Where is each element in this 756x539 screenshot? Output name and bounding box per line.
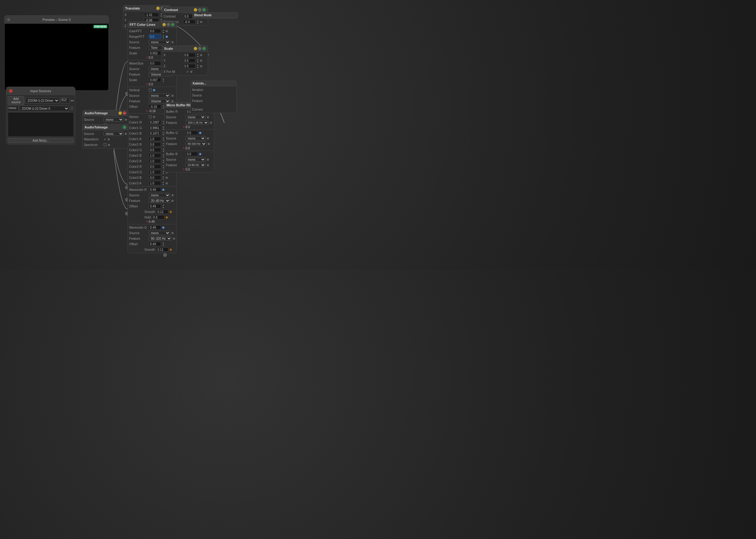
scale-settings[interactable]: ^	[198, 47, 201, 50]
micro-buffer-bufferB-value[interactable]: 0.0	[186, 152, 198, 156]
driver-input-select[interactable]: ZOOM U-22 Driver 0	[20, 106, 69, 111]
fft-wavesize-value[interactable]: 0.0	[149, 61, 161, 65]
scale-x-stepper[interactable]: ▲▼	[197, 53, 199, 57]
fft-source-label: Source	[129, 40, 147, 44]
micro-buffer-feature2-select[interactable]: 80-320 Hz	[186, 142, 206, 146]
input-sources-close-button[interactable]	[9, 89, 13, 93]
contrast-minimize[interactable]: –	[193, 8, 197, 12]
fft-offset5-value[interactable]: 0.49	[149, 242, 161, 246]
scale-y-value[interactable]: 0.5	[183, 58, 195, 63]
fft-source5-select[interactable]: mono	[149, 231, 170, 235]
fft-feature4-select[interactable]: 20–80 Hz	[149, 198, 170, 203]
fft-vertical-checkbox[interactable]	[149, 89, 152, 92]
fft-color2b-value[interactable]: 1.0	[149, 153, 161, 158]
fft-add[interactable]: +	[171, 23, 175, 27]
ati1-minimize[interactable]: –	[118, 111, 122, 115]
micro-buffer-source-select[interactable]: mono	[186, 115, 206, 119]
fft-color1a-value[interactable]: 1.0	[149, 137, 161, 141]
fft-color2r-value[interactable]: 0.0	[149, 142, 161, 147]
fft-hold4-connector	[166, 216, 168, 218]
fft-settings[interactable]: ^	[167, 23, 170, 27]
fft-scale-value[interactable]: 0.052	[149, 51, 161, 55]
contrast-add[interactable]: +	[202, 8, 206, 12]
fft-color3r-value[interactable]: 0.0	[149, 164, 161, 169]
ati1-close[interactable]: ×	[122, 111, 126, 115]
fft-color1b-stepper[interactable]: ▲▼	[162, 131, 164, 136]
fft-rangefft-stepper[interactable]: ▲▼	[162, 35, 164, 39]
fft-color1b-value[interactable]: 0.1871	[149, 131, 161, 135]
fft-scale2-value[interactable]: 0.007	[149, 78, 161, 82]
fft-color2a-value[interactable]: 1.0	[149, 159, 161, 163]
fft-smooth5-value[interactable]: 0.11	[156, 247, 168, 252]
fft-color1g-value[interactable]: 0.9861	[149, 126, 161, 130]
scale-z-stepper[interactable]: ▲▼	[197, 64, 199, 68]
fft-feature5-select[interactable]: 80–320 Hz	[149, 236, 172, 241]
ati2-add[interactable]: +	[122, 125, 126, 129]
fft-color1a-stepper[interactable]: ▲▼	[162, 137, 164, 141]
fft-color1r-stepper[interactable]: ▲▼	[162, 120, 164, 125]
fft-feature5-connector	[173, 238, 175, 240]
fft-offset5-stepper[interactable]: ▲▼	[162, 242, 164, 247]
add-files-button[interactable]: Add file(s)...	[8, 138, 74, 143]
fft-color1r-value[interactable]: 0.2087	[149, 120, 161, 124]
ati2-source-select[interactable]: mono	[104, 131, 123, 136]
micro-buffer-source3-select[interactable]: mono	[186, 157, 206, 162]
scale-z-value[interactable]: 0.5	[183, 64, 195, 68]
fft-wavecolorG-value[interactable]: 0.49	[149, 225, 161, 230]
fft-color3b-value[interactable]: 0.0	[149, 176, 161, 180]
fft-color3b-connector	[166, 177, 168, 179]
fft-rangefft-value[interactable]: 0.0	[149, 35, 161, 39]
fft-offset-stepper[interactable]: ▲▼	[162, 105, 164, 109]
fft-gainfft-label: GainFFT	[129, 29, 147, 33]
ati2-spectrum-checkbox[interactable]	[104, 143, 107, 146]
fft-scale2-stepper[interactable]: ▲▼	[162, 78, 164, 82]
buffer-size-input[interactable]: 512	[60, 98, 69, 103]
add-source-button[interactable]: Add source	[8, 96, 24, 105]
ati1-source-select[interactable]: mono	[104, 117, 123, 122]
scale-y-stepper[interactable]: ▲▼	[197, 58, 199, 63]
micro-buffer-source2-select[interactable]: mono	[186, 136, 206, 140]
fft-color2r-stepper[interactable]: ▲▼	[162, 142, 164, 147]
fft-color3g-stepper[interactable]: ▲▼	[162, 170, 164, 175]
fft-source-select[interactable]: mono	[149, 40, 170, 44]
translate-x-value[interactable]: -1.41	[144, 13, 159, 17]
fft-color2a-stepper[interactable]: ▲▼	[162, 159, 164, 164]
fft-color2g-stepper[interactable]: ▲▼	[162, 148, 164, 152]
fft-minimize[interactable]: –	[162, 23, 166, 27]
fft-color2g-value[interactable]: 0.5	[149, 148, 161, 152]
micro-buffer-bufferG-value[interactable]: 0.0	[186, 131, 198, 135]
fft-smooth5-connector	[170, 249, 172, 251]
scale-x-connector	[200, 54, 202, 56]
driver-select[interactable]: ZOOM U-22 Driver	[26, 98, 59, 103]
translate-x-label: X	[124, 13, 143, 17]
fft-offset4-stepper[interactable]: ▲▼	[162, 204, 164, 209]
fft-color3a-stepper[interactable]: ▲▼	[162, 181, 164, 186]
list-icon[interactable]: ☰	[70, 106, 74, 111]
fft-color2b-stepper[interactable]: ▲▼	[162, 153, 164, 158]
scale-add[interactable]: +	[202, 47, 206, 50]
micro-buffer-source-label: Source	[166, 115, 185, 119]
fft-offset4-value[interactable]: 0.49	[149, 204, 161, 208]
contrast-brightness-stepper[interactable]: ▲▼	[197, 20, 199, 24]
fft-smooth4-value[interactable]: 0.12	[156, 209, 168, 214]
scale-x-value[interactable]: 0.6	[183, 53, 195, 57]
translate-minimize[interactable]: –	[156, 6, 160, 10]
contrast-settings[interactable]: ^	[198, 8, 201, 12]
fft-gainfft-stepper[interactable]: ▲▼	[162, 29, 164, 34]
fft-color3g-value[interactable]: 1.0	[149, 170, 161, 174]
fft-color3b-stepper[interactable]: ▲▼	[162, 176, 164, 180]
fft-offset-value[interactable]: -0.16	[149, 105, 161, 109]
fft-source4-select[interactable]: mono	[149, 193, 170, 197]
fft-wavecolorR-value[interactable]: 0.49	[149, 188, 161, 192]
fft-stereo-checkbox[interactable]	[149, 115, 152, 118]
fft-gainfft-value[interactable]: 0.0	[149, 29, 161, 33]
fft-source3-select[interactable]: mono	[149, 93, 170, 98]
micro-buffer-feature-select[interactable]: 320-1.2k Hz	[186, 120, 209, 125]
fft-color1g-stepper[interactable]: ▲▼	[162, 126, 164, 130]
scale-minimize[interactable]: –	[193, 47, 197, 50]
contrast-brightness-value[interactable]: -0.4	[183, 20, 195, 24]
fft-hold4-value[interactable]: 0.6	[152, 215, 164, 219]
micro-buffer-feature3-select[interactable]: 20-80 Hz	[186, 163, 206, 167]
fft-color3a-value[interactable]: 1.0	[149, 181, 161, 185]
fft-color3r-stepper[interactable]: ▲▼	[162, 164, 164, 169]
